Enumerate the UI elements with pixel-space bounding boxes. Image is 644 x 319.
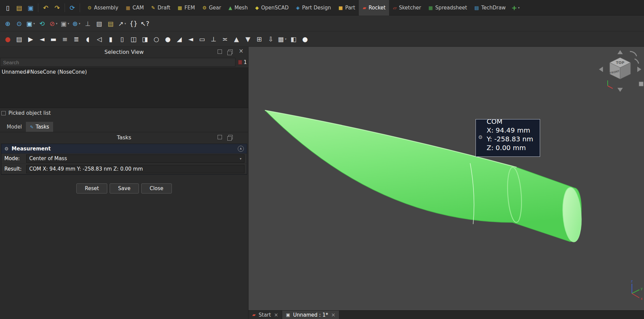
draft-icon: ✎ xyxy=(151,5,155,10)
parallel-stage-icon[interactable]: ≍ xyxy=(219,33,231,45)
collapse-icon[interactable]: ∧ xyxy=(238,146,244,152)
box-select-icon[interactable]: ▧ xyxy=(93,17,105,30)
sphere-icon[interactable]: ● xyxy=(299,33,311,45)
nav-arrow-up-icon xyxy=(617,50,623,54)
clipping-plane-icon[interactable]: ⊘ xyxy=(48,17,59,30)
document-icon[interactable]: ▤ xyxy=(13,33,25,45)
isometric-view-icon[interactable]: ▣ xyxy=(25,17,36,30)
rail-button-icon[interactable]: ≡ xyxy=(59,33,71,45)
new-document-icon[interactable]: ▯ xyxy=(2,2,13,14)
doc-tab-start[interactable]: ▰ Start × xyxy=(249,311,282,319)
engine-block-icon[interactable]: ◨ xyxy=(139,33,151,45)
nose-cone-model[interactable] xyxy=(249,47,644,310)
export-window-icon[interactable]: ⊞ xyxy=(254,33,265,45)
transition-icon[interactable]: ▬ xyxy=(48,33,59,45)
folder-icon[interactable]: ▤ xyxy=(105,17,116,30)
fin-icon[interactable]: ◢ xyxy=(174,33,185,45)
close-tab-icon[interactable]: × xyxy=(274,312,278,318)
record-macro-icon[interactable]: ● xyxy=(2,33,13,45)
close-icon[interactable]: × xyxy=(239,48,243,54)
save-button[interactable]: Save xyxy=(110,183,139,193)
com-y: Y: -258.83 nm xyxy=(487,135,537,143)
chevron-down-icon: ▾ xyxy=(240,157,241,161)
panel-tab-tasks[interactable]: ✎ Tasks xyxy=(26,122,53,132)
picked-object-list-label: Picked object list xyxy=(8,110,51,116)
fit-all-icon[interactable]: ⊕ xyxy=(2,17,13,30)
tab-part[interactable]: ■ Part xyxy=(335,0,359,15)
picked-object-list-checkbox[interactable]: Picked object list xyxy=(0,108,248,118)
shape-icon[interactable]: ◧ xyxy=(288,33,299,45)
texture-view-icon[interactable]: ▣ xyxy=(59,17,71,30)
float-icon[interactable] xyxy=(228,49,233,54)
3d-viewport[interactable]: TOP FRONT z y x ⚙ COM X: 94.49 mm Y: -25… xyxy=(249,47,644,310)
search-input[interactable] xyxy=(0,58,235,67)
nose-cone-icon[interactable]: ◄ xyxy=(36,33,48,45)
tab-part-design[interactable]: ◈ Part Design xyxy=(292,0,335,15)
tab-techdraw[interactable]: ▤ TechDraw xyxy=(471,0,509,15)
whats-this-icon[interactable]: ↖? xyxy=(139,17,151,30)
tab-rocket[interactable]: ▰ Rocket xyxy=(359,0,389,15)
tab-sketcher[interactable]: ▱ Sketcher xyxy=(389,0,425,15)
export-icon[interactable]: ↗ xyxy=(116,17,128,30)
add-workbench-icon[interactable]: + xyxy=(509,4,522,12)
launch-icon[interactable]: ▶ xyxy=(25,33,36,45)
coupler-icon[interactable]: ▯ xyxy=(116,33,128,45)
sync-view-icon[interactable]: ⟲ xyxy=(36,17,48,30)
separator xyxy=(80,3,80,12)
stage-icon[interactable]: ⊥ xyxy=(208,33,219,45)
centering-ring-icon[interactable]: ○ xyxy=(151,33,162,45)
refresh-icon[interactable]: ⟳ xyxy=(67,2,78,14)
panel-tab-model[interactable]: Model xyxy=(1,122,26,132)
measure-icon[interactable]: ⊥ xyxy=(82,17,93,30)
separator xyxy=(65,3,65,12)
launch-lug-icon[interactable]: ▭ xyxy=(196,33,208,45)
close-tab-icon[interactable]: × xyxy=(331,312,336,318)
save-icon[interactable]: ▣ xyxy=(25,2,36,14)
measurement-section-header[interactable]: ⚙ Measurement ∧ xyxy=(1,144,247,153)
float-icon[interactable] xyxy=(228,135,233,139)
navigation-cube[interactable]: TOP FRONT xyxy=(595,47,644,98)
move-down-icon[interactable]: ▼ xyxy=(242,33,254,45)
mode-label: Mode: xyxy=(1,155,26,162)
download-icon[interactable]: ⇩ xyxy=(265,33,276,45)
fin-can-icon[interactable]: ◄ xyxy=(185,33,196,45)
dock-icon[interactable] xyxy=(218,135,222,139)
tab-fem[interactable]: ▩ FEM xyxy=(174,0,198,15)
zoom-refresh-icon[interactable]: ⊛ xyxy=(71,17,82,30)
document-tab-bar: ▰ Start × ▣ Unnamed : 1* × xyxy=(249,310,644,319)
part-icon: ■ xyxy=(338,5,343,10)
reset-button[interactable]: Reset xyxy=(76,183,107,193)
document-tab-label: Start xyxy=(259,312,271,318)
inner-tube-icon[interactable]: ◫ xyxy=(128,33,139,45)
mode-row: Mode: Center of Mass ▾ xyxy=(1,153,247,164)
mode-select[interactable]: Center of Mass ▾ xyxy=(26,154,244,163)
undo-icon[interactable]: ↶ xyxy=(40,2,51,14)
rail-guide-icon[interactable]: ≣ xyxy=(71,33,82,45)
tab-draft[interactable]: ✎ Draft xyxy=(148,0,174,15)
dock-icon[interactable] xyxy=(218,49,222,54)
tab-cam[interactable]: ▦ CAM xyxy=(122,0,148,15)
checkbox-icon[interactable] xyxy=(1,111,6,115)
tab-openscad[interactable]: ◆ OpenSCAD xyxy=(252,0,293,15)
close-button[interactable]: Close xyxy=(141,183,172,193)
tab-spreadsheet[interactable]: ▦ Spreadsheet xyxy=(425,0,471,15)
workbench-tab-label: FEM xyxy=(185,5,195,11)
workbench-bar: ▯▤▣ ↶↷ ⟳ ⚙ Assembly ▦ CAM ✎ Draft ▩ FEM … xyxy=(0,0,644,15)
redo-icon[interactable]: ↷ xyxy=(51,2,63,14)
fit-selection-icon[interactable]: ⊙ xyxy=(13,17,25,30)
bulkhead-icon[interactable]: ● xyxy=(162,33,174,45)
tab-assembly[interactable]: ⚙ Assembly xyxy=(84,0,122,15)
move-up-icon[interactable]: ▲ xyxy=(231,33,242,45)
fairing-outline-icon[interactable]: ◁ xyxy=(93,33,105,45)
tab-mesh[interactable]: ▲ Mesh xyxy=(225,0,251,15)
selection-list-item[interactable]: Unnamed#NoseCone (NoseCone) xyxy=(0,68,248,76)
macro-braces-icon[interactable]: {} xyxy=(128,17,139,30)
calculator-icon[interactable]: ▦ xyxy=(276,33,288,45)
open-document-icon[interactable]: ▤ xyxy=(13,2,25,14)
rocket-toolbar: ●▤▶◄▬≡≣◖◁▮▯◫◨○●◢◄▭⊥≍▲▼⊞⇩▦◧● xyxy=(0,31,644,47)
result-field[interactable]: COM X: 94.49 mm Y: -258.83 nm Z: 0.00 mm xyxy=(26,165,244,173)
body-tube-icon[interactable]: ▮ xyxy=(105,33,116,45)
fairing-icon[interactable]: ◖ xyxy=(82,33,93,45)
doc-tab-unnamed[interactable]: ▣ Unnamed : 1* × xyxy=(282,311,339,319)
tab-gear[interactable]: ⚙ Gear xyxy=(199,0,225,15)
